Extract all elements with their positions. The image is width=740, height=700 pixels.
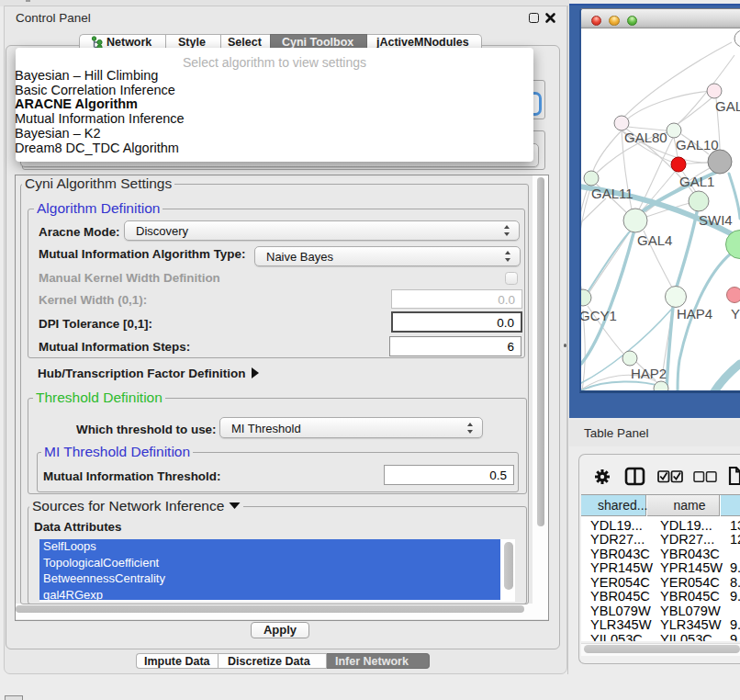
svg-text:GAL11: GAL11	[591, 186, 633, 201]
svg-text:GAL1: GAL1	[679, 174, 714, 189]
svg-text:GAL4: GAL4	[637, 232, 672, 248]
svg-text:SWI4: SWI4	[699, 212, 733, 228]
svg-text:GAL: GAL	[715, 98, 740, 114]
svg-text:GAL80: GAL80	[624, 130, 667, 145]
svg-text:GCY1: GCY1	[581, 308, 617, 323]
svg-text:HAP4: HAP4	[677, 306, 712, 322]
svg-text:Y: Y	[731, 306, 740, 322]
svg-text:HAP2: HAP2	[631, 366, 667, 381]
svg-text:GAL10: GAL10	[676, 137, 719, 152]
